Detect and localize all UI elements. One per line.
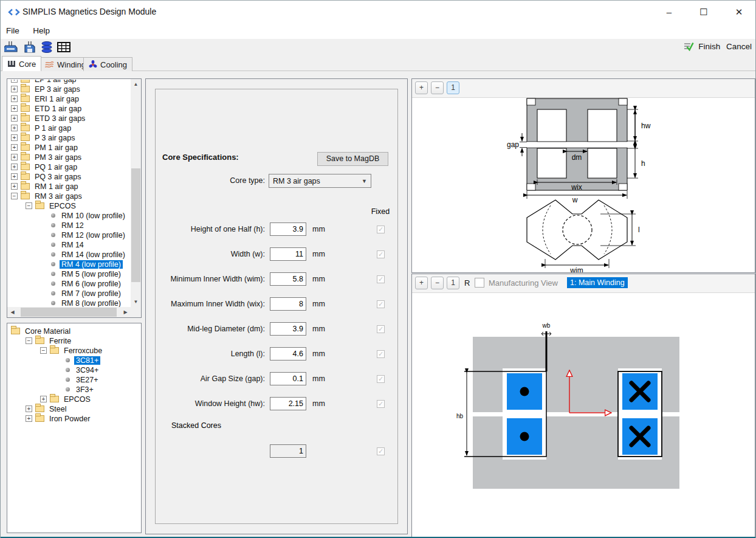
tree-item[interactable]: +EP 3 air gaps: [9, 84, 131, 94]
tree-item[interactable]: Core Material: [9, 326, 140, 336]
manufacturing-view-checkbox[interactable]: [475, 278, 484, 288]
tree-item-label[interactable]: P 3 air gaps: [33, 134, 77, 142]
fixed-checkbox[interactable]: ✓: [377, 226, 385, 233]
field-input[interactable]: [270, 247, 306, 261]
tree-item-label[interactable]: PQ 1 air gap: [33, 163, 79, 171]
expand-icon[interactable]: +: [11, 164, 18, 170]
tree-item-label[interactable]: RM 7 (low profile): [60, 289, 123, 298]
print-core-icon[interactable]: [4, 41, 19, 53]
field-input[interactable]: [270, 222, 306, 236]
tree-item-label[interactable]: RM 3 air gaps: [33, 192, 84, 201]
zoom-in-button[interactable]: +: [415, 277, 428, 289]
tree-item-label[interactable]: RM 14 (low profile): [60, 250, 127, 259]
winding-selector[interactable]: 1: Main Winding: [567, 277, 628, 288]
horizontal-scrollbar[interactable]: ◀ ▶: [7, 307, 141, 317]
tree-item[interactable]: −RM 3 air gaps: [9, 191, 131, 201]
finish-button[interactable]: Finish: [698, 42, 720, 51]
cancel-button[interactable]: Cancel: [726, 42, 752, 51]
save-icon[interactable]: [22, 41, 37, 53]
expand-icon[interactable]: +: [11, 80, 18, 83]
collapse-icon[interactable]: −: [26, 202, 32, 209]
tree-item[interactable]: RM 10 (low profile): [9, 210, 131, 220]
scrollbar-thumb[interactable]: [131, 168, 140, 282]
tree-item[interactable]: +ETD 1 air gap: [9, 103, 131, 113]
tree-item-label[interactable]: 3F3+: [74, 385, 95, 394]
tree-item-label[interactable]: EP 3 air gaps: [33, 85, 82, 94]
field-input[interactable]: [270, 347, 306, 360]
field-input[interactable]: [270, 322, 306, 336]
tree-item-label[interactable]: Steel: [47, 405, 69, 413]
expand-icon[interactable]: +: [40, 396, 47, 402]
maximize-button[interactable]: ☐: [690, 4, 718, 20]
tree-item-label[interactable]: RM 5 (low profile): [60, 270, 123, 278]
tree-item[interactable]: 3F3+: [9, 384, 140, 394]
tree-item[interactable]: +ETD 3 air gaps: [9, 113, 131, 123]
tree-item-label[interactable]: PQ 3 air gaps: [33, 173, 83, 181]
tree-item-label[interactable]: 3C81+: [74, 356, 100, 365]
tree-item[interactable]: +EPCOS: [9, 394, 140, 404]
stacked-cores-input[interactable]: [270, 444, 306, 458]
expand-icon[interactable]: +: [11, 115, 18, 122]
tree-item-label[interactable]: Ferroxcube: [62, 347, 104, 355]
tree-item-label[interactable]: RM 8 (low profile): [60, 299, 123, 307]
save-to-magdb-button[interactable]: Save to MagDB: [317, 152, 388, 166]
expand-icon[interactable]: +: [11, 183, 18, 190]
field-input[interactable]: [270, 297, 306, 311]
tree-item-label[interactable]: 3E27+: [74, 376, 100, 384]
expand-icon[interactable]: +: [11, 134, 18, 141]
minimize-button[interactable]: –: [655, 4, 683, 20]
scroll-up-arrow[interactable]: ▲: [131, 79, 141, 89]
tree-item-label[interactable]: RM 4 (low profile): [60, 260, 123, 269]
zoom-out-button[interactable]: −: [431, 277, 444, 289]
tree-item[interactable]: RM 14 (low profile): [9, 249, 131, 259]
tree-item[interactable]: 3E27+: [9, 374, 140, 384]
tree-item[interactable]: RM 4 (low profile): [9, 259, 131, 269]
tree-item-label[interactable]: PM 3 air gaps: [33, 153, 83, 162]
expand-icon[interactable]: +: [11, 105, 18, 112]
fixed-checkbox[interactable]: ✓: [377, 300, 385, 308]
tree-item-label[interactable]: EPCOS: [62, 395, 92, 404]
scrollbar-thumb[interactable]: [21, 308, 117, 317]
tree-item-label[interactable]: EPCOS: [47, 202, 78, 210]
fixed-checkbox[interactable]: ✓: [377, 325, 385, 333]
menu-help[interactable]: Help: [27, 24, 55, 35]
title-bar[interactable]: SIMPLIS Magnetics Design Module – ☐ ✕: [1, 1, 755, 24]
tab-core[interactable]: Core: [2, 56, 41, 71]
zoom-in-button[interactable]: +: [415, 81, 428, 94]
field-input[interactable]: [270, 272, 306, 286]
tree-item[interactable]: RM 5 (low profile): [9, 269, 131, 278]
scroll-right-arrow[interactable]: ▶: [120, 307, 131, 317]
expand-icon[interactable]: +: [26, 415, 32, 422]
zoom-reset-button[interactable]: 1: [447, 81, 459, 94]
database-icon[interactable]: [40, 41, 54, 53]
vertical-scrollbar[interactable]: ▲ ▼: [131, 79, 141, 307]
expand-icon[interactable]: +: [26, 405, 32, 412]
tree-item[interactable]: −EPCOS: [9, 201, 131, 210]
zoom-out-button[interactable]: −: [431, 81, 444, 94]
tree-item[interactable]: +PQ 3 air gaps: [9, 171, 131, 181]
collapse-icon[interactable]: −: [40, 347, 47, 354]
tree-item[interactable]: +Steel: [9, 404, 140, 413]
tree-item-label[interactable]: Core Material: [23, 327, 72, 336]
fixed-checkbox[interactable]: ✓: [377, 375, 385, 383]
tab-cooling[interactable]: Cooling: [83, 57, 132, 71]
tree-item-label[interactable]: PM 1 air gap: [33, 143, 80, 152]
fixed-checkbox[interactable]: ✓: [377, 250, 385, 258]
fixed-checkbox[interactable]: ✓: [377, 400, 385, 408]
expand-icon[interactable]: +: [11, 144, 18, 151]
tree-item-label[interactable]: ETD 1 air gap: [33, 105, 83, 113]
expand-icon[interactable]: +: [11, 95, 18, 102]
tree-item-label[interactable]: 3C94+: [74, 366, 100, 374]
tree-item[interactable]: RM 12 (low profile): [9, 230, 131, 240]
tree-item[interactable]: +PM 3 air gaps: [9, 152, 131, 162]
zoom-reset-button[interactable]: 1: [447, 277, 459, 289]
tree-item[interactable]: +PQ 1 air gap: [9, 162, 131, 171]
tree-item[interactable]: RM 8 (low profile): [9, 298, 131, 307]
expand-icon[interactable]: +: [11, 86, 18, 92]
tree-item[interactable]: +P 1 air gap: [9, 123, 131, 133]
tree-item-label[interactable]: Iron Powder: [47, 415, 92, 423]
tree-item-label[interactable]: EP 1 air gap: [33, 80, 78, 84]
tree-item[interactable]: +ERI 1 air gap: [9, 94, 131, 103]
tree-item[interactable]: RM 14: [9, 240, 131, 249]
tree-item[interactable]: −Ferrite: [9, 336, 140, 345]
